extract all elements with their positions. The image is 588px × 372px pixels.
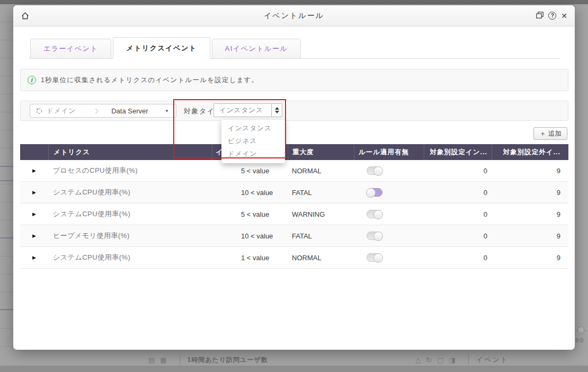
- rule-enabled-toggle[interactable]: [367, 253, 382, 262]
- severity-cell: FATAL: [288, 182, 354, 203]
- metric-cell: システムCPU使用率(%): [48, 247, 212, 269]
- spinner-down-icon: [275, 111, 279, 113]
- row-expand-icon[interactable]: ▶: [32, 233, 36, 238]
- target-in-count: 0: [424, 182, 492, 203]
- event-rule-dialog: イベントルール ? ✕ エラーイベント メトリクスイベント AIイベントルール …: [13, 5, 575, 350]
- column-header-rule-enabled: ルール適用有無: [354, 144, 424, 160]
- target-in-count: 0: [424, 247, 492, 269]
- window-restore-icon[interactable]: [536, 11, 544, 21]
- rule-enabled-toggle[interactable]: [367, 188, 382, 197]
- dropdown-option-domain[interactable]: ドメイン: [221, 147, 285, 160]
- breadcrumb-chevron-icon: [93, 108, 99, 113]
- bg-toolbar-icon: ▤: [148, 356, 155, 364]
- domain-icon: [35, 107, 43, 114]
- plus-icon: ＋: [539, 129, 546, 138]
- bg-toolbar-icon: ◨: [449, 356, 455, 364]
- dialog-title: イベントルール: [13, 11, 575, 21]
- severity-cell: NORMAL: [288, 160, 354, 182]
- metric-cell: システムCPU使用率(%): [48, 182, 212, 203]
- bg-toolbar-icon: ▦: [160, 356, 166, 364]
- info-icon: i: [28, 76, 36, 84]
- backdrop-chart-line: [0, 309, 13, 310]
- target-in-count: 0: [424, 225, 492, 247]
- close-icon[interactable]: ✕: [561, 12, 567, 20]
- metric-cell: ヒープメモリ使用率(%): [48, 225, 212, 247]
- backdrop-time-fragment: 9:0: [575, 337, 583, 343]
- column-header-severity: 重大度: [288, 144, 354, 160]
- backdrop-bottom-strip: [0, 366, 588, 372]
- bg-toolbar-icon: ▢: [437, 356, 443, 364]
- dropdown-option-business[interactable]: ビジネス: [221, 135, 285, 147]
- bg-toolbar-icon: ↻: [426, 356, 432, 364]
- condition-cell: 1 < value: [212, 247, 288, 269]
- home-icon[interactable]: [21, 12, 30, 20]
- add-button[interactable]: ＋ 追加: [533, 127, 567, 140]
- backdrop-chart-line: [0, 180, 13, 181]
- condition-cell: 10 < value: [212, 225, 288, 247]
- table-row: ▶ プロセスのCPU使用率(%) 5 < value NORMAL 0 9: [20, 160, 568, 182]
- tab-bar: エラーイベント メトリクスイベント AIイベントルール: [30, 37, 302, 59]
- target-out-count: 9: [492, 247, 568, 269]
- target-out-count: 9: [492, 182, 568, 203]
- table-row: ▶ システムCPU使用率(%) 10 < value FATAL 0 9: [20, 182, 568, 203]
- table-row: ▶ システムCPU使用率(%) 5 < value WARNING 0 9: [20, 203, 568, 225]
- domain-label: ドメイン: [47, 107, 76, 116]
- condition-cell: 5 < value: [212, 203, 288, 225]
- column-header-metric: メトリクス: [48, 144, 212, 160]
- target-out-count: 9: [492, 160, 568, 182]
- target-out-count: 9: [492, 203, 568, 225]
- target-out-count: 9: [492, 225, 568, 247]
- target-type-select[interactable]: インスタンス: [213, 103, 282, 117]
- backdrop-chart-line: [0, 166, 13, 167]
- severity-cell: NORMAL: [288, 247, 354, 269]
- row-expand-icon[interactable]: ▶: [32, 255, 36, 260]
- backdrop-chart-line: [0, 237, 13, 238]
- backdrop-event-label: イベント: [476, 355, 509, 365]
- table-header: メトリクス イベント条件 重大度 ルール適用有無 対象別設定イン... 対象別設…: [20, 144, 568, 160]
- tab-error-event[interactable]: エラーイベント: [30, 39, 111, 59]
- table-row: ▶ ヒープメモリ使用率(%) 10 < value FATAL 0 9: [20, 225, 568, 247]
- domain-value: Data Server: [111, 107, 148, 115]
- rule-enabled-toggle[interactable]: [367, 210, 382, 218]
- target-in-count: 0: [424, 203, 492, 225]
- target-type-dropdown: インスタンス ビジネス ドメイン: [221, 120, 285, 163]
- metric-cell: プロセスのCPU使用率(%): [48, 160, 212, 182]
- row-expand-icon[interactable]: ▶: [32, 168, 36, 173]
- target-in-count: 0: [424, 160, 492, 182]
- metrics-rule-table: メトリクス イベント条件 重大度 ルール適用有無 対象別設定イン... 対象別設…: [20, 144, 568, 269]
- tab-ai-event-rule[interactable]: AIイベントルール: [212, 39, 301, 59]
- backdrop-chart-gridlines: [0, 4, 13, 350]
- severity-cell: FATAL: [288, 225, 354, 247]
- column-header-expand: [20, 144, 48, 160]
- column-header-target-out: 対象別設定外イ...: [492, 144, 568, 160]
- dropdown-option-instance[interactable]: インスタンス: [221, 122, 285, 135]
- spinner-up-icon: [275, 107, 279, 110]
- severity-cell: WARNING: [288, 203, 354, 225]
- metric-cell: システムCPU使用率(%): [48, 203, 212, 225]
- dialog-header: イベントルール ? ✕: [13, 5, 575, 26]
- row-expand-icon[interactable]: ▶: [32, 211, 36, 217]
- info-message: 1秒単位に収集されるメトリクスのイベントルールを設定します。: [41, 76, 259, 85]
- condition-cell: 10 < value: [212, 182, 288, 203]
- add-button-label: 追加: [548, 129, 562, 138]
- rule-enabled-toggle[interactable]: [367, 232, 382, 240]
- select-spinner-icon: [271, 104, 282, 117]
- divider: [180, 355, 180, 365]
- chevron-down-icon: ▼: [165, 109, 169, 113]
- target-type-value: インスタンス: [214, 106, 271, 115]
- filter-bar: ドメイン Data Server ▼ 対象タイプ: [20, 101, 568, 121]
- backdrop-slider-knob: [577, 326, 584, 333]
- info-banner: i 1秒単位に収集されるメトリクスのイベントルールを設定します。: [20, 69, 568, 91]
- column-header-target-in: 対象別設定イン...: [424, 144, 492, 160]
- divider: [468, 355, 469, 365]
- domain-selector[interactable]: ドメイン Data Server ▼: [30, 104, 176, 118]
- rule-enabled-toggle[interactable]: [367, 166, 382, 175]
- bg-toolbar-icon: △: [415, 356, 421, 364]
- row-expand-icon[interactable]: ▶: [32, 190, 36, 195]
- backdrop-chart-title: 1時間あたり訪問ユーザ数: [188, 356, 268, 365]
- backdrop-toolbar: ▤ ▦ 1時間あたり訪問ユーザ数 △ ↻ ▢ ◨ イベント: [0, 354, 588, 366]
- help-icon[interactable]: ?: [548, 12, 556, 20]
- tab-metrics-event[interactable]: メトリクスイベント: [113, 37, 210, 59]
- backdrop-top-strip: [0, 0, 588, 4]
- table-row: ▶ システムCPU使用率(%) 1 < value NORMAL 0 9: [20, 247, 568, 269]
